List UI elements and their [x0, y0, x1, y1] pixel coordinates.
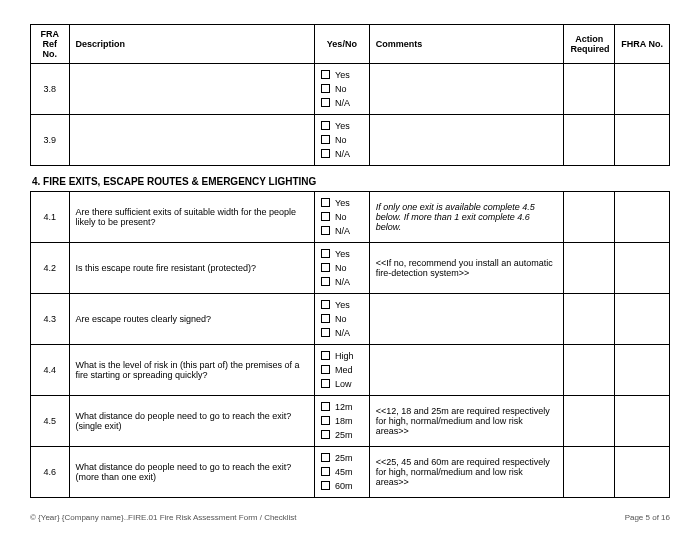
ref-cell: 4.5 [31, 396, 70, 447]
comment-cell: <<If no, recommend you install an automa… [369, 243, 564, 294]
fhra-cell [615, 447, 670, 498]
table-row: 4.4 What is the level of risk in (this p… [31, 345, 670, 396]
checkbox-icon[interactable] [321, 149, 330, 158]
opt-label: 18m [335, 416, 353, 426]
desc-cell: What distance do people need to go to re… [69, 396, 314, 447]
opt-label: N/A [335, 149, 350, 159]
opt-label: No [335, 263, 347, 273]
page-footer: © {Year} {Company name}..FIRE.01 Fire Ri… [30, 513, 670, 522]
ref-cell: 3.8 [31, 64, 70, 115]
checkbox-icon[interactable] [321, 467, 330, 476]
opt-label: No [335, 135, 347, 145]
options-cell: Yes No N/A [314, 64, 369, 115]
checkbox-icon[interactable] [321, 365, 330, 374]
action-cell [564, 447, 615, 498]
table-row: 4.2 Is this escape route fire resistant … [31, 243, 670, 294]
ref-cell: 4.4 [31, 345, 70, 396]
checkbox-icon[interactable] [321, 198, 330, 207]
checkbox-icon[interactable] [321, 416, 330, 425]
action-cell [564, 192, 615, 243]
opt-label: 25m [335, 430, 353, 440]
checkbox-icon[interactable] [321, 212, 330, 221]
checkbox-icon[interactable] [321, 314, 330, 323]
table-row: 4.3 Are escape routes clearly signed? Ye… [31, 294, 670, 345]
table-row: 4.1 Are there sufficient exits of suitab… [31, 192, 670, 243]
comment-cell [369, 115, 564, 166]
comment-cell: <<25, 45 and 60m are required respective… [369, 447, 564, 498]
opt-label: 12m [335, 402, 353, 412]
opt-label: High [335, 351, 354, 361]
checkbox-icon[interactable] [321, 481, 330, 490]
checkbox-icon[interactable] [321, 263, 330, 272]
col-yesno: Yes/No [314, 25, 369, 64]
checkbox-icon[interactable] [321, 430, 330, 439]
checkbox-icon[interactable] [321, 402, 330, 411]
desc-cell: Are escape routes clearly signed? [69, 294, 314, 345]
options-cell: High Med Low [314, 345, 369, 396]
opt-label: 60m [335, 481, 353, 491]
fhra-cell [615, 64, 670, 115]
opt-label: No [335, 212, 347, 222]
desc-cell: Are there sufficient exits of suitable w… [69, 192, 314, 243]
fhra-cell [615, 396, 670, 447]
checkbox-icon[interactable] [321, 121, 330, 130]
col-description: Description [69, 25, 314, 64]
table-row: 3.9 Yes No N/A [31, 115, 670, 166]
checkbox-icon[interactable] [321, 249, 330, 258]
fhra-cell [615, 345, 670, 396]
ref-cell: 4.1 [31, 192, 70, 243]
options-cell: Yes No N/A [314, 294, 369, 345]
col-comments: Comments [369, 25, 564, 64]
comment-cell [369, 294, 564, 345]
opt-label: N/A [335, 328, 350, 338]
fhra-cell [615, 243, 670, 294]
opt-label: Yes [335, 249, 350, 259]
col-action: Action Required [564, 25, 615, 64]
opt-label: Med [335, 365, 353, 375]
checkbox-icon[interactable] [321, 84, 330, 93]
opt-label: Yes [335, 70, 350, 80]
section-4-table: 4.1 Are there sufficient exits of suitab… [30, 191, 670, 498]
options-cell: 12m 18m 25m [314, 396, 369, 447]
action-cell [564, 345, 615, 396]
options-cell: Yes No N/A [314, 115, 369, 166]
action-cell [564, 243, 615, 294]
opt-label: 25m [335, 453, 353, 463]
desc-cell: What is the level of risk in (this part … [69, 345, 314, 396]
options-cell: Yes No N/A [314, 192, 369, 243]
checkbox-icon[interactable] [321, 328, 330, 337]
checkbox-icon[interactable] [321, 277, 330, 286]
options-cell: 25m 45m 60m [314, 447, 369, 498]
fhra-cell [615, 115, 670, 166]
table-row: 4.6 What distance do people need to go t… [31, 447, 670, 498]
opt-label: Yes [335, 300, 350, 310]
ref-cell: 3.9 [31, 115, 70, 166]
desc-cell: What distance do people need to go to re… [69, 447, 314, 498]
opt-label: N/A [335, 98, 350, 108]
checkbox-icon[interactable] [321, 300, 330, 309]
checkbox-icon[interactable] [321, 453, 330, 462]
footer-right: Page 5 of 16 [625, 513, 670, 522]
comment-cell [369, 64, 564, 115]
checkbox-icon[interactable] [321, 351, 330, 360]
opt-label: Yes [335, 121, 350, 131]
checkbox-icon[interactable] [321, 70, 330, 79]
opt-label: N/A [335, 226, 350, 236]
action-cell [564, 64, 615, 115]
opt-label: 45m [335, 467, 353, 477]
opt-label: No [335, 314, 347, 324]
ref-cell: 4.2 [31, 243, 70, 294]
action-cell [564, 115, 615, 166]
checkbox-icon[interactable] [321, 226, 330, 235]
checkbox-icon[interactable] [321, 135, 330, 144]
fhra-cell [615, 192, 670, 243]
table-row: 3.8 Yes No N/A [31, 64, 670, 115]
section-3-table: FRA Ref No. Description Yes/No Comments … [30, 24, 670, 166]
checkbox-icon[interactable] [321, 379, 330, 388]
ref-cell: 4.6 [31, 447, 70, 498]
opt-label: Yes [335, 198, 350, 208]
checkbox-icon[interactable] [321, 98, 330, 107]
comment-cell: If only one exit is available complete 4… [369, 192, 564, 243]
comment-cell: <<12, 18 and 25m are required respective… [369, 396, 564, 447]
action-cell [564, 396, 615, 447]
